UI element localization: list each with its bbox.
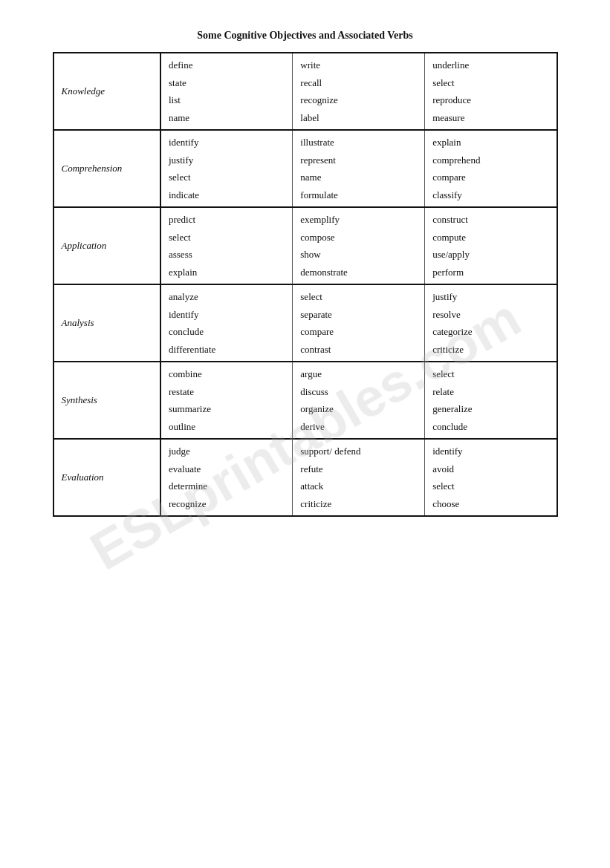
verb-item: relate [432,385,548,399]
verb-cell-4-1: arguediscussorganizederive [293,362,425,439]
verb-item: indicate [169,188,285,203]
table-row: Comprehensionidentifyjustifyselectindica… [53,130,557,207]
verb-item: conclude [169,324,285,339]
verb-item: justify [169,153,285,168]
verb-item: construct [432,212,548,227]
verb-item: attack [300,479,417,494]
verb-item: avoid [432,462,548,477]
objectives-table: Knowledgedefinestatelistnamewriterecallr… [53,52,558,517]
verb-item: identify [169,307,285,322]
verb-item: define [169,58,285,73]
verb-cell-2-0: predictselectassessexplain [160,207,293,284]
verb-item: reproduce [432,93,548,108]
verb-item: criticize [300,497,417,512]
verb-item: perform [432,265,548,280]
table-row: Applicationpredictselectassessexplainexe… [53,207,557,284]
verb-item: generalize [432,402,548,417]
verb-item: analyze [169,290,285,304]
verb-item: predict [169,212,285,227]
verb-item: comprehend [432,153,548,168]
verb-cell-2-1: exemplifycomposeshowdemonstrate [293,207,425,284]
verb-cell-1-2: explaincomprehendcompareclassify [425,130,557,207]
verb-cell-5-1: support/ defendrefuteattackcriticize [293,439,425,516]
verb-item: summarize [169,402,285,417]
verb-item: write [300,58,417,73]
page-title: Some Cognitive Objectives and Associated… [197,30,413,42]
verb-item: list [169,93,285,108]
category-comprehension: Comprehension [53,130,160,207]
verb-cell-4-0: combinerestatesummarizeoutline [160,362,293,439]
verb-item: use/apply [432,247,548,262]
verb-item: assess [169,247,285,262]
verb-item: justify [432,290,548,304]
verb-item: label [300,111,417,125]
verb-item: choose [432,497,548,512]
verb-cell-1-1: illustraterepresentnameformulate [293,130,425,207]
verb-item: illustrate [300,135,417,150]
verb-item: underline [432,58,548,73]
verb-item: compare [300,324,417,339]
verb-item: derive [300,420,417,434]
verb-cell-5-0: judgeevaluatedeterminerecognize [160,439,293,516]
verb-item: categorize [432,324,548,339]
verb-item: formulate [300,188,417,203]
verb-item: select [169,230,285,245]
verb-item: resolve [432,307,548,322]
category-evaluation: Evaluation [53,439,160,516]
category-knowledge: Knowledge [53,53,160,130]
verb-item: recognize [169,497,285,512]
verb-item: judge [169,444,285,459]
verb-cell-1-0: identifyjustifyselectindicate [160,130,293,207]
verb-item: recognize [300,93,417,108]
verb-item: classify [432,188,548,203]
verb-item: restate [169,385,285,399]
verb-cell-0-2: underlineselectreproducemeasure [425,53,557,130]
verb-item: contrast [300,342,417,357]
verb-cell-3-2: justifyresolvecategorizecriticize [425,284,557,362]
verb-item: argue [300,367,417,382]
verb-cell-4-2: selectrelategeneralizeconclude [425,362,557,439]
verb-cell-0-1: writerecallrecognizelabel [293,53,425,130]
verb-cell-2-2: constructcomputeuse/applyperform [425,207,557,284]
verb-item: select [169,170,285,185]
table-row: Analysisanalyzeidentifyconcludedifferent… [53,284,557,362]
verb-item: combine [169,367,285,382]
category-application: Application [53,207,160,284]
verb-item: select [432,367,548,382]
category-synthesis: Synthesis [53,362,160,439]
verb-item: demonstrate [300,265,417,280]
verb-cell-3-0: analyzeidentifyconcludedifferentiate [160,284,293,362]
verb-item: explain [432,135,548,150]
verb-item: explain [169,265,285,280]
verb-item: evaluate [169,462,285,477]
table-row: Knowledgedefinestatelistnamewriterecallr… [53,53,557,130]
verb-item: conclude [432,420,548,434]
verb-item: discuss [300,385,417,399]
verb-item: outline [169,420,285,434]
verb-item: measure [432,111,548,125]
verb-item: organize [300,402,417,417]
table-wrap: Knowledgedefinestatelistnamewriterecallr… [53,52,558,517]
verb-item: exemplify [300,212,417,227]
verb-item: represent [300,153,417,168]
verb-item: differentiate [169,342,285,357]
verb-item: support/ defend [300,444,417,459]
verb-item: select [432,479,548,494]
verb-item: name [169,111,285,125]
category-analysis: Analysis [53,284,160,362]
table-row: Evaluationjudgeevaluatedeterminerecogniz… [53,439,557,516]
verb-item: identify [432,444,548,459]
table-row: Synthesiscombinerestatesummarizeoutlinea… [53,362,557,439]
verb-item: compare [432,170,548,185]
verb-item: separate [300,307,417,322]
verb-item: select [300,290,417,304]
verb-item: compose [300,230,417,245]
verb-item: identify [169,135,285,150]
verb-cell-3-1: selectseparatecomparecontrast [293,284,425,362]
verb-item: name [300,170,417,185]
verb-cell-5-2: identifyavoidselectchoose [425,439,557,516]
verb-item: refute [300,462,417,477]
verb-item: select [432,76,548,91]
verb-item: determine [169,479,285,494]
verb-item: recall [300,76,417,91]
